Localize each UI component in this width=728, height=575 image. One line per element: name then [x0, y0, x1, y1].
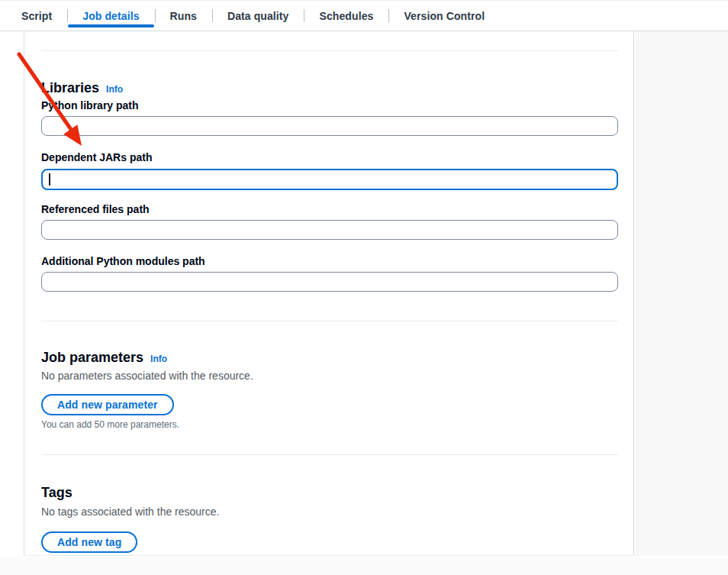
right-rail — [635, 31, 728, 556]
libraries-info-link[interactable]: Info — [106, 84, 123, 95]
glue-job-details-screen: Script Job details Runs Data quality Sch… — [0, 0, 728, 575]
tab-version-control-label: Version Control — [404, 10, 485, 22]
bottom-strip — [0, 557, 728, 575]
tab-script-label: Script — [21, 10, 52, 22]
parameters-constraint-text: You can add 50 more parameters. — [41, 419, 618, 430]
tab-schedules-label: Schedules — [319, 10, 373, 22]
tab-data-quality[interactable]: Data quality — [212, 1, 304, 31]
add-new-parameter-button[interactable]: Add new parameter — [41, 394, 174, 415]
libraries-heading: Libraries — [41, 79, 99, 96]
tab-job-details-label: Job details — [82, 10, 139, 22]
job-details-panel: Libraries Info Python library path Depen… — [24, 31, 634, 556]
dependent-jars-path-label: Dependent JARs path — [41, 151, 618, 164]
job-parameters-heading: Job parameters — [41, 349, 143, 366]
additional-python-modules-path-label: Additional Python modules path — [41, 255, 618, 268]
text-cursor — [49, 173, 50, 186]
job-tabs: Script Job details Runs Data quality Sch… — [0, 1, 728, 31]
job-parameters-section-heading: Job parameters Info — [41, 349, 618, 366]
tab-schedules[interactable]: Schedules — [304, 1, 388, 31]
python-library-path-label: Python library path — [41, 99, 618, 112]
tab-script[interactable]: Script — [6, 1, 67, 31]
add-new-tag-button[interactable]: Add new tag — [41, 531, 137, 553]
dependent-jars-path-input-wrap — [41, 169, 618, 190]
tab-runs-label: Runs — [170, 10, 197, 22]
additional-python-modules-path-input[interactable] — [41, 272, 618, 292]
referenced-files-path-label: Referenced files path — [41, 203, 618, 216]
job-parameters-empty-text: No parameters associated with the resour… — [41, 369, 618, 383]
tab-runs[interactable]: Runs — [155, 1, 212, 31]
tags-section-heading: Tags — [41, 484, 618, 501]
tags-heading: Tags — [41, 484, 72, 501]
main-content: Libraries Info Python library path Depen… — [0, 31, 728, 575]
section-divider — [41, 50, 618, 51]
python-library-path-input[interactable] — [41, 116, 618, 136]
dependent-jars-path-input[interactable] — [41, 169, 618, 190]
libraries-section-heading: Libraries Info — [41, 79, 618, 96]
tab-version-control[interactable]: Version Control — [388, 1, 500, 31]
tags-empty-text: No tags associated with the resource. — [41, 505, 618, 518]
job-parameters-info-link[interactable]: Info — [150, 354, 167, 364]
section-divider — [41, 454, 618, 455]
tab-job-details[interactable]: Job details — [67, 1, 154, 31]
section-divider — [41, 321, 618, 321]
tab-data-quality-label: Data quality — [227, 10, 289, 22]
referenced-files-path-input[interactable] — [41, 220, 618, 240]
